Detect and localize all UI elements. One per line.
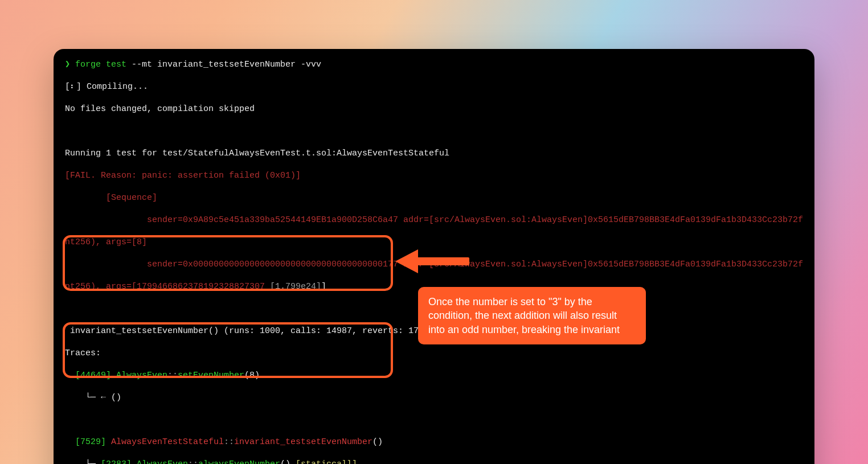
trace-0-ret: └─ ← () xyxy=(65,392,803,404)
terminal-output: ❯ forge test --mt invariant_testsetEvenN… xyxy=(65,59,803,464)
traces-label: Traces: xyxy=(65,348,803,359)
compile-msg: No files changed, compilation skipped xyxy=(65,104,803,115)
running-line: Running 1 test for test/StatefulAlwaysEv… xyxy=(65,148,803,159)
fail-reason: [FAIL. Reason: panic: assertion failed (… xyxy=(65,170,803,182)
compile-spinner: [⠆] Compiling... xyxy=(65,81,803,93)
terminal-window: ❯ forge test --mt invariant_testsetEvenN… xyxy=(54,49,814,464)
trace-0: [44649] AlwaysEven::setEvenNumber(8) xyxy=(65,370,803,381)
prompt: ❯ xyxy=(65,60,70,69)
seq-2a: sender=0x0000000000000000000000000000000… xyxy=(65,259,803,270)
cmd-args: --mt invariant_testsetEvenNumber -vvv xyxy=(132,60,321,69)
annotation-note: Once the number is set to "3" by the con… xyxy=(418,287,646,344)
seq-1b: nt256), args=[8] xyxy=(65,237,803,248)
seq-1a: sender=0x9A89c5e451a339ba52544149EB1a900… xyxy=(65,215,803,226)
trace-a: [7529] AlwaysEvenTestStateful::invariant… xyxy=(65,437,803,448)
sequence-label: [Sequence] xyxy=(65,192,803,204)
cmd-bin: forge xyxy=(75,60,101,69)
trace-a-child: ├─ [2283] AlwaysEven::alwaysEvenNumber()… xyxy=(65,459,803,464)
cmd-sub: test xyxy=(106,60,126,69)
